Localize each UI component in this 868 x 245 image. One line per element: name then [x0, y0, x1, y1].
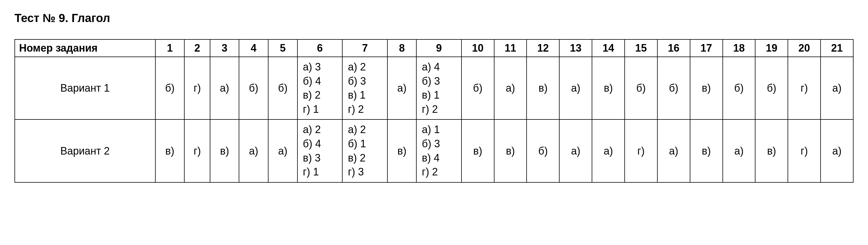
col-header: 5	[268, 39, 298, 57]
answer-cell: а) 1б) 3в) 4г) 2	[416, 119, 462, 182]
answer-cell: г)	[184, 119, 210, 182]
answer-cell: г)	[788, 119, 820, 182]
header-label-cell: Номер задания	[15, 39, 155, 57]
answer-cell: б)	[723, 57, 755, 119]
table-row: Вариант 1б)г)а)б)б)а) 3б) 4в) 2г) 1а) 2б…	[15, 57, 853, 119]
table-header-row: Номер задания 1 2 3 4 5 6 7 8 9 10 11 12…	[15, 39, 853, 57]
answer-cell: в)	[690, 57, 723, 119]
col-header: 18	[723, 39, 755, 57]
answer-cell: в)	[494, 119, 527, 182]
col-header: 8	[388, 39, 416, 57]
col-header: 16	[657, 39, 690, 57]
row-label: Вариант 2	[15, 119, 155, 182]
answer-cell: б)	[462, 57, 494, 119]
answer-cell: а) 2б) 1в) 2г) 3	[342, 119, 388, 182]
col-header: 20	[788, 39, 820, 57]
answer-cell: б)	[527, 119, 559, 182]
answer-cell: а) 2б) 4в) 3г) 1	[298, 119, 343, 182]
col-header: 19	[755, 39, 788, 57]
row-label: Вариант 1	[15, 57, 155, 119]
answer-cell: а) 3б) 4в) 2г) 1	[298, 57, 343, 119]
answer-cell: а)	[494, 57, 527, 119]
answer-cell: в)	[690, 119, 723, 182]
col-header: 3	[210, 39, 239, 57]
answer-cell: г)	[184, 57, 210, 119]
answer-cell: а)	[210, 57, 239, 119]
answer-cell: а) 2б) 3в) 1г) 2	[342, 57, 388, 119]
col-header: 7	[342, 39, 388, 57]
answer-cell: б)	[239, 57, 268, 119]
answer-cell: а)	[592, 119, 625, 182]
answer-cell: в)	[755, 119, 788, 182]
answer-cell: в)	[592, 57, 625, 119]
answer-cell: а)	[657, 119, 690, 182]
answer-table: Номер задания 1 2 3 4 5 6 7 8 9 10 11 12…	[14, 39, 854, 183]
answer-cell: а)	[239, 119, 268, 182]
answer-cell: в)	[462, 119, 494, 182]
answer-cell: а)	[559, 119, 592, 182]
answer-cell: а)	[820, 57, 853, 119]
col-header: 9	[416, 39, 462, 57]
col-header: 13	[559, 39, 592, 57]
answer-cell: а)	[820, 119, 853, 182]
col-header: 15	[625, 39, 657, 57]
answer-cell: а)	[388, 57, 416, 119]
answer-cell: а)	[559, 57, 592, 119]
col-header: 17	[690, 39, 723, 57]
answer-cell: г)	[788, 57, 820, 119]
page-title: Тест № 9. Глагол	[14, 11, 854, 25]
answer-cell: в)	[388, 119, 416, 182]
answer-cell: б)	[625, 57, 657, 119]
col-header: 4	[239, 39, 268, 57]
answer-cell: г)	[625, 119, 657, 182]
answer-cell: б)	[755, 57, 788, 119]
col-header: 6	[298, 39, 343, 57]
table-row: Вариант 2в)г)в)а)а)а) 2б) 4в) 3г) 1а) 2б…	[15, 119, 853, 182]
answer-cell: в)	[155, 119, 185, 182]
col-header: 12	[527, 39, 559, 57]
answer-cell: б)	[657, 57, 690, 119]
col-header: 21	[820, 39, 853, 57]
col-header: 10	[462, 39, 494, 57]
answer-cell: в)	[527, 57, 559, 119]
answer-cell: а) 4б) 3в) 1г) 2	[416, 57, 462, 119]
col-header: 14	[592, 39, 625, 57]
answer-cell: а)	[723, 119, 755, 182]
col-header: 2	[184, 39, 210, 57]
answer-cell: в)	[210, 119, 239, 182]
col-header: 11	[494, 39, 527, 57]
col-header: 1	[155, 39, 185, 57]
answer-cell: а)	[268, 119, 298, 182]
answer-cell: б)	[155, 57, 185, 119]
answer-cell: б)	[268, 57, 298, 119]
